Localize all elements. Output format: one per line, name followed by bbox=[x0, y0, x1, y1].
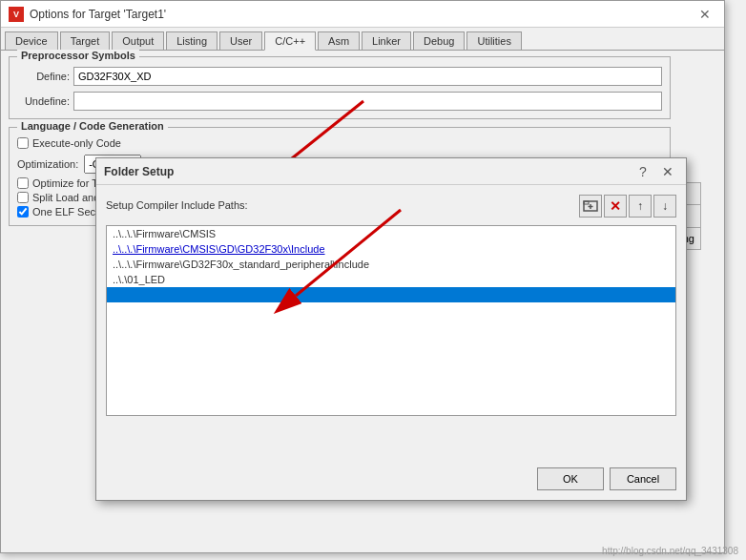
tab-bar: Device Target Output Listing User C/C++ … bbox=[1, 28, 724, 51]
setup-paths-label: Setup Compiler Include Paths: bbox=[106, 199, 248, 211]
tab-user[interactable]: User bbox=[219, 31, 262, 50]
dialog-title-icons: ? ✕ bbox=[632, 161, 678, 182]
optimize-time-checkbox[interactable] bbox=[17, 177, 29, 189]
execute-row: Execute-only Code bbox=[17, 137, 662, 149]
dialog-title: Folder Setup bbox=[104, 165, 174, 178]
cancel-button[interactable]: Cancel bbox=[610, 467, 676, 490]
dialog-close-button[interactable]: ✕ bbox=[657, 161, 678, 182]
split-load-checkbox[interactable] bbox=[17, 192, 29, 203]
folder-setup-dialog: Folder Setup ? ✕ Setup Compiler Include … bbox=[95, 157, 687, 501]
tab-target[interactable]: Target bbox=[60, 31, 111, 50]
undefine-label: Undefine: bbox=[17, 95, 70, 107]
dialog-help-button[interactable]: ? bbox=[632, 161, 653, 182]
add-folder-btn[interactable] bbox=[579, 195, 602, 218]
list-item[interactable]: ..\..\.\Firmware\CMSIS\GD\GD32F30x\Inclu… bbox=[107, 241, 675, 257]
preprocessor-group: Preprocessor Symbols Define: Undefine: bbox=[9, 56, 671, 119]
bottom-url: http://blog.csdn.net/qq_3431308 bbox=[602, 546, 738, 556]
define-row: Define: bbox=[17, 67, 662, 86]
tab-cpp[interactable]: C/C++ bbox=[264, 31, 316, 51]
list-item[interactable]: ..\..\.\Firmware\GD32F30x_standard_perip… bbox=[107, 257, 675, 272]
one-elf-checkbox[interactable] bbox=[17, 206, 29, 218]
list-item[interactable]: ..\..\.\Firmware\CMSIS bbox=[107, 226, 675, 241]
execute-label: Execute-only Code bbox=[32, 137, 121, 149]
tab-device[interactable]: Device bbox=[5, 31, 58, 50]
add-folder-icon bbox=[583, 198, 598, 214]
app-icon: V bbox=[9, 7, 24, 22]
undefine-input[interactable] bbox=[73, 92, 662, 111]
title-bar: V Options for Target 'Target1' ✕ bbox=[1, 1, 724, 28]
language-title: Language / Code Generation bbox=[17, 120, 168, 132]
window-close-button[interactable]: ✕ bbox=[694, 5, 716, 24]
list-item[interactable]: ..\.\01_LED bbox=[107, 272, 675, 287]
window-title: Options for Target 'Target1' bbox=[30, 8, 166, 21]
define-label: Define: bbox=[17, 71, 70, 82]
tab-linker[interactable]: Linker bbox=[362, 31, 411, 50]
optimization-label: Optimization: bbox=[17, 158, 78, 170]
tab-output[interactable]: Output bbox=[112, 31, 164, 50]
list-item-selected[interactable] bbox=[107, 287, 675, 302]
preprocessor-title: Preprocessor Symbols bbox=[17, 50, 139, 61]
tab-asm[interactable]: Asm bbox=[318, 31, 360, 50]
path-list[interactable]: ..\..\.\Firmware\CMSIS ..\..\.\Firmware\… bbox=[106, 225, 676, 416]
move-up-btn[interactable]: ↑ bbox=[629, 195, 652, 218]
tab-debug[interactable]: Debug bbox=[413, 31, 465, 50]
tab-utilities[interactable]: Utilities bbox=[466, 31, 521, 50]
ok-button[interactable]: OK bbox=[537, 467, 604, 490]
undefine-row: Undefine: bbox=[17, 92, 662, 111]
dialog-title-bar: Folder Setup ? ✕ bbox=[96, 158, 686, 185]
title-bar-left: V Options for Target 'Target1' bbox=[9, 7, 166, 22]
dialog-footer: OK Cancel bbox=[537, 467, 676, 490]
move-down-btn[interactable]: ↓ bbox=[653, 195, 676, 218]
toolbar-row: ✕ ↑ ↓ bbox=[579, 195, 676, 218]
dialog-content: Setup Compiler Include Paths: ✕ ↑ ↓ ..\.… bbox=[96, 185, 686, 425]
delete-btn[interactable]: ✕ bbox=[604, 195, 627, 218]
execute-checkbox[interactable] bbox=[17, 137, 29, 149]
define-input[interactable] bbox=[73, 67, 662, 86]
tab-listing[interactable]: Listing bbox=[166, 31, 218, 50]
